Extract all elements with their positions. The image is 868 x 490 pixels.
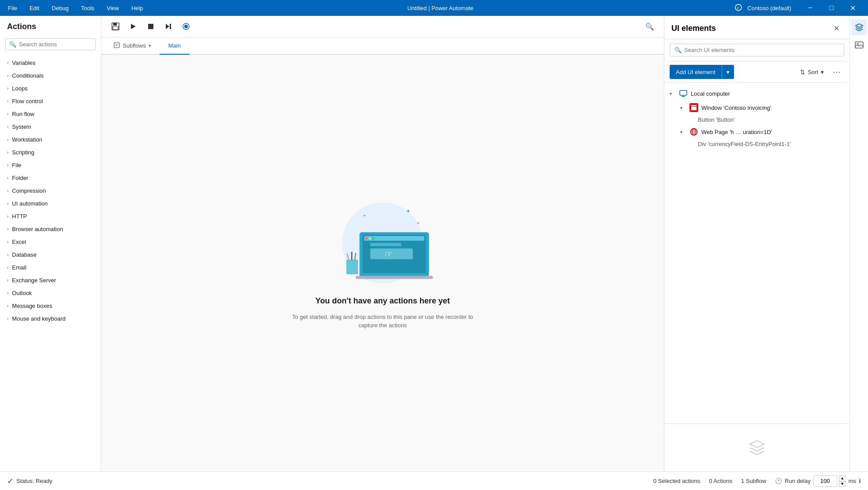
main-layout: Actions 🔍 › Variables › Conditionals › L… (0, 16, 868, 471)
save-button[interactable] (108, 19, 123, 34)
app-title: Untitled | Power Automate (155, 5, 726, 11)
ui-elements-title: UI elements (671, 24, 716, 33)
tab-subflows[interactable]: Subflows ▾ (105, 37, 160, 55)
tab-main[interactable]: Main (160, 37, 190, 55)
action-item-run-flow[interactable]: › Run flow (0, 108, 101, 120)
svg-rect-8 (170, 24, 171, 29)
action-item-database[interactable]: › Database (0, 248, 101, 261)
menu-help[interactable]: Help (129, 3, 146, 13)
action-label: Outlook (12, 290, 32, 296)
status-text: Status: Ready (16, 478, 52, 484)
action-item-exchange-server[interactable]: › Exchange Server (0, 274, 101, 287)
action-item-compression[interactable]: › Compression (0, 184, 101, 197)
selected-actions-section: 0 Selected actions (653, 478, 700, 484)
action-label: Run flow (12, 111, 34, 117)
search-input[interactable] (19, 41, 92, 48)
tree-item-local-computer[interactable]: ▾ Local computer (664, 86, 849, 101)
next-button[interactable] (161, 19, 175, 34)
record-button[interactable] (179, 19, 193, 34)
action-item-flow-control[interactable]: › Flow control (0, 95, 101, 108)
action-item-message-boxes[interactable]: › Message boxes (0, 299, 101, 312)
actions-count-section: 0 Actions (709, 478, 732, 484)
tab-main-label: Main (168, 42, 181, 49)
run-delay-down[interactable]: ▼ (839, 481, 846, 487)
add-ui-dropdown-button[interactable]: ▾ (722, 66, 734, 79)
window-label: Window 'Contoso Invoicing' (701, 105, 771, 111)
action-label: Scripting (12, 149, 34, 156)
action-item-http[interactable]: › HTTP (0, 210, 101, 223)
sidebar-layers-button[interactable] (851, 19, 867, 35)
run-delay-value[interactable] (813, 475, 837, 487)
user-account[interactable]: C (735, 4, 742, 12)
more-options-button[interactable]: ⋯ (829, 65, 844, 79)
webpage-label: Web Page 'h … uration=1D' (701, 129, 772, 135)
svg-rect-33 (680, 90, 687, 95)
minimize-button[interactable]: − (800, 0, 820, 16)
menu-tools[interactable]: Tools (78, 3, 97, 13)
tree-item-window[interactable]: ▾ Window 'Contoso Invoicing' (675, 101, 849, 115)
action-item-email[interactable]: › Email (0, 261, 101, 274)
action-item-workstation[interactable]: › Workstation (0, 133, 101, 146)
chevron-icon: › (7, 252, 8, 257)
action-item-system[interactable]: › System (0, 120, 101, 133)
empty-state-title: You don't have any actions here yet (315, 296, 450, 306)
actions-search-box[interactable]: 🔍 (5, 38, 96, 50)
menu-file[interactable]: File (5, 3, 20, 13)
svg-text:☞: ☞ (384, 248, 393, 258)
action-item-conditionals[interactable]: › Conditionals (0, 69, 101, 82)
close-button[interactable]: ✕ (842, 0, 863, 16)
action-item-outlook[interactable]: › Outlook (0, 287, 101, 299)
menu-debug[interactable]: Debug (49, 3, 71, 13)
ui-elements-search-input[interactable] (684, 47, 839, 53)
chevron-icon: › (7, 214, 8, 219)
chevron-down-icon: ▾ (149, 43, 151, 48)
add-ui-element-button[interactable]: Add UI element ▾ (670, 65, 734, 79)
action-item-browser-automation[interactable]: › Browser automation (0, 223, 101, 236)
tree-webpage-section: ▾ Web Page 'h … uration=1D' (664, 125, 849, 149)
menu-view[interactable]: View (104, 3, 122, 13)
tree-item-webpage[interactable]: ▾ Web Page 'h … uration=1D' (675, 125, 849, 139)
action-item-mouse-keyboard[interactable]: › Mouse and keyboard (0, 312, 101, 325)
stop-button[interactable] (144, 19, 158, 34)
svg-point-44 (857, 43, 859, 45)
flow-search-button[interactable]: 🔍 (643, 19, 657, 34)
status-icon: ✓ (7, 476, 14, 486)
chevron-icon: › (7, 278, 8, 283)
chevron-icon: › (7, 163, 8, 168)
action-item-file[interactable]: › File (0, 159, 101, 172)
maximize-button[interactable]: □ (821, 0, 842, 16)
ui-panel-header: UI elements ✕ (664, 16, 849, 39)
action-item-excel[interactable]: › Excel (0, 236, 101, 248)
action-item-folder[interactable]: › Folder (0, 172, 101, 184)
action-item-ui-automation[interactable]: › UI automation (0, 197, 101, 210)
tree-window-section: ▾ Window 'Contoso Invoicing' But (664, 101, 849, 125)
ui-elements-search-box[interactable]: 🔍 (670, 44, 844, 56)
ui-panel-close-button[interactable]: ✕ (830, 22, 842, 34)
layers-icon (746, 437, 767, 458)
action-label: HTTP (12, 213, 27, 220)
chevron-icon: › (7, 112, 8, 116)
add-ui-btn-label[interactable]: Add UI element (670, 66, 722, 79)
sidebar-image-button[interactable] (851, 37, 867, 53)
action-item-loops[interactable]: › Loops (0, 82, 101, 95)
svg-rect-6 (148, 24, 153, 29)
tree-child-div[interactable]: Div 'currencyField-DS-EntryPoint1-1' (675, 139, 849, 149)
action-item-scripting[interactable]: › Scripting (0, 146, 101, 159)
run-delay-up[interactable]: ▲ (839, 475, 846, 481)
chevron-icon: › (7, 60, 8, 65)
search-icon: 🔍 (674, 47, 682, 53)
tree-child-button[interactable]: Button 'Button' (675, 115, 849, 125)
svg-marker-5 (131, 24, 136, 29)
menu-edit[interactable]: Edit (27, 3, 42, 13)
sort-button[interactable]: ⇅ Sort ▾ (797, 66, 827, 78)
action-item-variables[interactable]: › Variables (0, 56, 101, 69)
play-button[interactable] (126, 19, 140, 34)
chevron-icon: › (7, 201, 8, 206)
subflow-section: 1 Subflow (741, 478, 766, 484)
subflow-label: 1 Subflow (741, 478, 766, 484)
flow-panel: 🔍 Subflows ▾ Main (101, 16, 664, 471)
title-bar: File Edit Debug Tools View Help Untitled… (0, 0, 868, 16)
run-delay-info-icon[interactable]: ℹ (859, 478, 861, 484)
chevron-icon: › (7, 137, 8, 142)
action-label: Compression (12, 187, 46, 194)
